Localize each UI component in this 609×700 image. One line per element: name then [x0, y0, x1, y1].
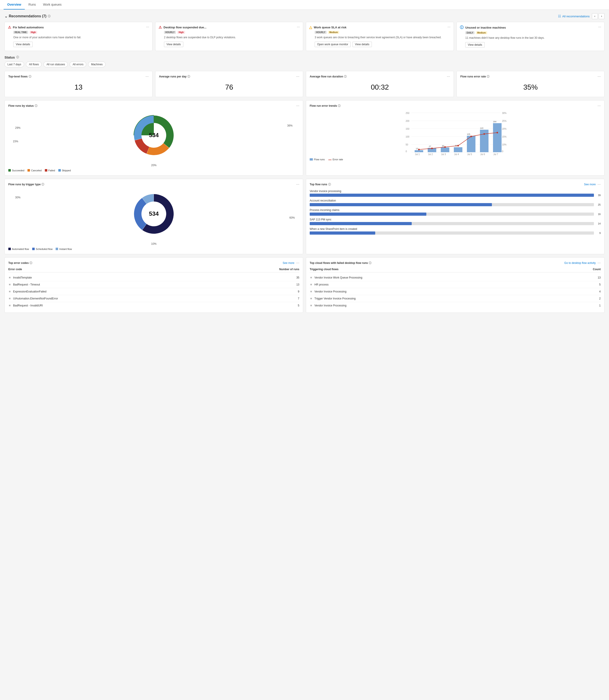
- error-trends-more[interactable]: ⋯: [597, 104, 601, 108]
- filter-machines[interactable]: Machines: [88, 62, 105, 67]
- cloud-flow-name-0: Vendor Invoice Work Queue Processing: [314, 276, 362, 279]
- error-row-2: ☀ ExpressionEvaluationFailed 9: [8, 288, 299, 295]
- rec-next-button[interactable]: ›: [599, 13, 605, 19]
- rec-badges-0: REAL TIME High: [13, 31, 149, 34]
- error-flow-icon-1: ☀: [8, 283, 11, 286]
- svg-text:20%: 20%: [502, 128, 506, 130]
- rec-more-3[interactable]: ⋯: [598, 25, 601, 29]
- top-flows-info[interactable]: ⓘ: [328, 182, 331, 187]
- error-flow-icon-2: ☀: [8, 290, 11, 293]
- cloud-flows-info[interactable]: ⓘ: [369, 261, 371, 265]
- all-recommendations-button[interactable]: ☷ All recommendations: [558, 14, 590, 18]
- kpi-more-1[interactable]: ⋯: [296, 75, 299, 78]
- kpi-info-2[interactable]: ⓘ: [344, 75, 347, 78]
- flow-bar-track-1: [310, 203, 594, 206]
- svg-text:30: 30: [442, 145, 444, 147]
- chevron-down-icon[interactable]: ⌄: [4, 14, 7, 18]
- top-flows-more[interactable]: ⋯: [597, 182, 601, 186]
- filter-allrunstatuses[interactable]: All run statuses: [44, 62, 68, 67]
- rec-card-3: ⓘ Unused or inactive machines ⋯ DAILY Me…: [456, 22, 605, 51]
- svg-text:143: 143: [480, 127, 483, 129]
- rec-badges-3: DAILY Medium: [465, 31, 601, 34]
- bar-chart-container: 250 200 150 100 50 0 30% 25% 20% 15% 10%…: [310, 110, 601, 156]
- rec-more-2[interactable]: ⋯: [448, 25, 450, 29]
- cloud-row-3: ☀ Trigger Vendor Invoice Processing 2: [310, 295, 601, 302]
- error-codes-see-more[interactable]: See more: [283, 261, 294, 265]
- tab-overview[interactable]: Overview: [4, 0, 25, 10]
- kpi-info-3[interactable]: ⓘ: [487, 75, 489, 78]
- rec-actions-0: View details: [13, 42, 149, 47]
- badge-medium-3: Medium: [476, 31, 487, 34]
- rec-more-0[interactable]: ⋯: [146, 25, 149, 29]
- badge-realtime-0: REAL TIME: [13, 31, 28, 34]
- flow-bar-value-0: 39: [598, 194, 601, 197]
- svg-text:Jul 1: Jul 1: [415, 153, 420, 156]
- flow-bar-row-0: Vendor invoice processing 39: [310, 190, 601, 197]
- error-trends-info[interactable]: ⓘ: [338, 104, 341, 108]
- tab-runs[interactable]: Runs: [25, 0, 39, 10]
- top-flows-see-more[interactable]: See more: [584, 183, 596, 186]
- status-info-icon[interactable]: ⓘ: [16, 55, 19, 59]
- cloud-row-left-1: ☀ HR process: [310, 283, 329, 286]
- badge-high-0: High: [30, 31, 37, 34]
- error-flow-icon-3: ☀: [8, 297, 11, 300]
- error-runs-1: 13: [296, 283, 299, 286]
- filter-allflows[interactable]: All flows: [26, 62, 42, 67]
- rec-view-details-2[interactable]: View details: [352, 42, 372, 47]
- kpi-more-2[interactable]: ⋯: [447, 75, 450, 78]
- trigger-type-info[interactable]: ⓘ: [41, 182, 44, 187]
- error-row-0: ☀ InvalidTemplate 35: [8, 274, 299, 281]
- main-content: ⌄ Recommendations (7) ⓘ ☷ All recommenda…: [0, 10, 609, 319]
- rec-prev-button[interactable]: ‹: [592, 13, 598, 19]
- rec-card-header-2: △ Work queue SLA at risk ⋯: [309, 25, 450, 30]
- rec-view-details-0[interactable]: View details: [13, 42, 33, 47]
- legend-error-rate: Error rate: [328, 158, 343, 161]
- badge-high-1: High: [177, 31, 185, 34]
- cloud-flows-header: Top cloud flows with failed desktop flow…: [310, 261, 601, 265]
- tab-work-queues[interactable]: Work queues: [39, 0, 65, 10]
- trigger-donut-label: 534: [149, 210, 159, 217]
- cloud-flow-icon-0: ☀: [310, 276, 313, 279]
- flow-runs-status-info[interactable]: ⓘ: [35, 104, 37, 108]
- error-codes-more[interactable]: ⋯: [296, 261, 299, 265]
- rec-more-1[interactable]: ⋯: [297, 25, 300, 29]
- recommendations-title: ⌄ Recommendations (7) ⓘ: [4, 14, 50, 18]
- dot-jul1: [418, 148, 420, 150]
- recommendations-info-icon[interactable]: ⓘ: [48, 14, 50, 18]
- rec-open-monitor-2[interactable]: Open work queue monitor: [315, 42, 351, 47]
- cloud-flow-name-1: HR process: [314, 283, 329, 286]
- trigger-donut-container: 534: [8, 189, 299, 239]
- svg-text:Jul 7: Jul 7: [493, 153, 498, 156]
- error-trends-legend: Flow runs Error rate: [310, 158, 601, 161]
- rec-view-details-3[interactable]: View details: [465, 42, 485, 48]
- cloud-flow-icon-2: ☀: [310, 290, 313, 293]
- filter-last7days[interactable]: Last 7 days: [4, 62, 24, 67]
- kpi-info-0[interactable]: ⓘ: [29, 75, 31, 78]
- cloud-flow-count-3: 2: [599, 297, 601, 300]
- kpi-info-1[interactable]: ⓘ: [187, 75, 190, 78]
- legend-dot-scheduled: [32, 248, 35, 250]
- filter-allerrors[interactable]: All errors: [70, 62, 86, 67]
- error-code-1: BadRequest - Timeout: [13, 283, 40, 286]
- svg-text:27: 27: [429, 145, 431, 147]
- flow-bar-row-1: Account reconciliation 25: [310, 199, 601, 206]
- rec-view-details-1[interactable]: View details: [164, 42, 183, 47]
- flow-bar-wrap-3: 14: [310, 222, 601, 225]
- rec-actions-3: View details: [465, 42, 601, 48]
- flow-runs-status-more[interactable]: ⋯: [296, 104, 299, 108]
- cloud-flows-more[interactable]: ⋯: [597, 261, 601, 265]
- error-codes-info[interactable]: ⓘ: [30, 261, 32, 265]
- goto-desktop-link[interactable]: Go to desktop flow activity: [564, 261, 596, 265]
- trigger-type-more[interactable]: ⋯: [296, 182, 299, 186]
- rec-badges-1: HOURLY High: [164, 31, 300, 34]
- error-code-0: InvalidTemplate: [13, 276, 32, 279]
- error-codes-header: Top error codes ⓘ See more ⋯: [8, 261, 299, 265]
- error-code-4: BadRequest - InvalidURI: [13, 304, 43, 307]
- legend-flow-runs: Flow runs: [310, 158, 325, 161]
- error-trends-svg: 250 200 150 100 50 0 30% 25% 20% 15% 10%…: [310, 110, 601, 156]
- error-trends-header: Flow run error trends ⓘ ⋯: [310, 104, 601, 108]
- cloud-flow-count-0: 13: [598, 276, 601, 279]
- status-section: Status ⓘ Last 7 days All flows All run s…: [4, 55, 605, 67]
- kpi-more-0[interactable]: ⋯: [145, 75, 149, 78]
- kpi-more-3[interactable]: ⋯: [597, 75, 601, 78]
